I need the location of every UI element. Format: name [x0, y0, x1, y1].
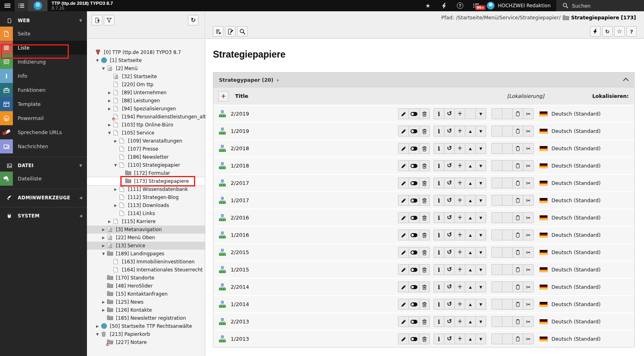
history-button[interactable]: ↺ — [444, 299, 455, 310]
move-up-button[interactable]: ▲ — [465, 281, 476, 292]
tree-item-227-notare[interactable]: [227] Notare — [87, 338, 205, 346]
clear-cache-button[interactable] — [436, 0, 452, 11]
edit-button[interactable] — [398, 316, 409, 327]
move-up-button[interactable]: ▲ — [465, 230, 476, 240]
move-down-button[interactable]: ▼ — [475, 281, 486, 292]
paste-button[interactable] — [512, 143, 523, 154]
tree-item-48-heroslider[interactable]: [48] HeroSlider — [87, 282, 205, 290]
panel-title[interactable]: Strategypaper (20) — [219, 77, 273, 83]
cut-button[interactable]: ✂ — [523, 316, 534, 327]
expand-arrow-icon[interactable]: ▶ — [101, 244, 105, 248]
paste-button[interactable] — [512, 281, 523, 292]
expand-arrow-icon[interactable]: ▶ — [95, 324, 99, 328]
info-button[interactable]: i — [433, 281, 444, 292]
collapse-arrow-icon[interactable]: ▼ — [114, 163, 118, 167]
delete-button[interactable] — [419, 143, 430, 154]
tree-item-32-startseite[interactable]: [32] Startseite — [87, 72, 205, 81]
edit-button[interactable] — [398, 264, 409, 275]
move-down-button[interactable]: ▼ — [475, 264, 486, 275]
paste-button[interactable] — [512, 126, 523, 137]
move-down-button[interactable]: ▼ — [475, 143, 486, 154]
reload-button[interactable]: ↻ — [602, 26, 613, 37]
tree-item-172-formular[interactable]: [172] Formular — [87, 169, 205, 177]
cut-button[interactable]: ✂ — [523, 299, 534, 310]
edit-button[interactable] — [398, 333, 409, 344]
hide-button[interactable] — [409, 160, 419, 171]
sidebar-item-dateiliste[interactable]: Dateiliste — [0, 172, 87, 186]
tree-item-186-newsletter[interactable]: [186] Newsletter — [87, 153, 205, 161]
move-up-button[interactable]: ▲ — [465, 299, 476, 310]
expand-arrow-icon[interactable]: ▶ — [101, 228, 105, 232]
paste-button[interactable] — [512, 299, 523, 310]
move-down-button[interactable]: ▼ — [475, 299, 486, 310]
clear-cache-page-button[interactable] — [590, 26, 601, 37]
expand-arrow-icon[interactable]: ▶ — [107, 107, 111, 111]
tree-item-114-links[interactable]: [114] Links — [87, 209, 205, 217]
delete-button[interactable] — [419, 212, 430, 223]
cut-button[interactable]: ✂ — [523, 264, 534, 275]
collapse-arrow-icon[interactable]: ▼ — [95, 332, 99, 336]
info-button[interactable]: i — [433, 247, 444, 258]
new-page-button[interactable] — [92, 15, 102, 25]
move-up-button[interactable]: ▲ — [465, 160, 476, 171]
filter-button[interactable] — [104, 15, 114, 25]
paste-button[interactable] — [512, 212, 523, 223]
edit-button[interactable] — [398, 195, 409, 206]
cut-button[interactable]: ✂ — [523, 281, 534, 292]
tree-item-170-standorte[interactable]: [170] Standorte — [87, 274, 205, 282]
new-button[interactable]: + — [454, 178, 465, 188]
history-button[interactable]: ↺ — [444, 333, 455, 344]
history-button[interactable]: ↺ — [444, 160, 455, 171]
paste-button[interactable] — [512, 316, 523, 327]
systeminformation-button[interactable]: 99+ — [468, 0, 484, 11]
history-button[interactable]: ↺ — [444, 108, 455, 119]
tree-item-105-service[interactable]: ▼[105] Service — [87, 129, 205, 137]
tree-item-125-news[interactable]: ▶[125] News — [87, 298, 205, 306]
tree-item-22-men-oben[interactable]: ▶[22] Menü Oben — [87, 234, 205, 242]
help-button[interactable]: ? — [452, 0, 468, 11]
cut-button[interactable]: ✂ — [523, 212, 534, 223]
tree-item-107-presse[interactable]: [107] Presse — [87, 145, 205, 153]
history-button[interactable]: ↺ — [444, 212, 455, 223]
collapse-arrow-icon[interactable]: ▼ — [107, 131, 111, 135]
move-up-button[interactable]: ▲ — [465, 333, 476, 344]
new-button[interactable]: + — [454, 333, 465, 344]
edit-page-button[interactable] — [225, 26, 235, 37]
hide-button[interactable] — [409, 281, 419, 292]
tree-item-3-metanavigation[interactable]: ▶[3] Metanavigation — [87, 226, 205, 234]
move-up-button[interactable]: ▲ — [465, 247, 476, 258]
hide-button[interactable] — [409, 108, 419, 119]
tree-item-220-om-ttp[interactable]: [220] Om ttp — [87, 81, 205, 89]
cut-button[interactable]: ✂ — [523, 126, 534, 137]
expand-arrow-icon[interactable]: ▶ — [107, 91, 111, 95]
tree-item-185-newsletter-registration[interactable]: [185] Newsletter registration — [87, 314, 205, 322]
delete-button[interactable] — [419, 160, 430, 171]
tree-item-109-veranstaltungen[interactable]: ▶[109] Veranstaltungen — [87, 137, 205, 145]
record-title[interactable]: 2/2019 — [231, 111, 398, 117]
edit-button[interactable] — [398, 126, 409, 137]
tree-item-126-kontakte[interactable]: ▶[126] Kontakte — [87, 306, 205, 314]
delete-button[interactable] — [419, 264, 430, 275]
move-down-button[interactable]: ▼ — [475, 160, 486, 171]
bookmark-button[interactable]: ☆ — [614, 26, 625, 37]
tree-item-110-strategiepapier[interactable]: ▼[110] Strategiepapier — [87, 161, 205, 169]
new-button[interactable]: + — [454, 281, 465, 292]
paste-button[interactable] — [512, 108, 523, 119]
hide-button[interactable] — [409, 212, 419, 223]
search-input[interactable]: Suchen — [556, 0, 644, 11]
delete-button[interactable] — [419, 281, 430, 292]
hide-button[interactable] — [409, 264, 419, 275]
hide-button[interactable] — [409, 195, 419, 206]
hide-button[interactable] — [409, 333, 419, 344]
sidebar-item-indizierung[interactable]: Indizierung — [0, 55, 87, 69]
expand-arrow-icon[interactable]: ▶ — [101, 300, 105, 304]
tree-item-0-ttp-ttp-de-2018-typo3-8-7[interactable]: [0] TTP (ttp.de 2018) TYPO3 8.7 — [87, 48, 205, 56]
tree-item-164-internationales-steuerrecht[interactable]: [164] Internationales Steuerrecht — [87, 266, 205, 274]
sidebar-section-header-system[interactable]: SYSTEM ◀ — [0, 210, 87, 222]
tree-item-173-strategiepapiere[interactable]: [173] Strategiepapiere — [87, 177, 205, 185]
delete-button[interactable] — [419, 108, 430, 119]
tree-item-194-personaldienstleistungen-alt[interactable]: [194] Personaldienstleistungen_alt — [87, 113, 205, 121]
move-down-button[interactable]: ▼ — [475, 316, 486, 327]
collapse-panel-icon[interactable] — [623, 78, 629, 83]
paste-button[interactable] — [512, 264, 523, 275]
